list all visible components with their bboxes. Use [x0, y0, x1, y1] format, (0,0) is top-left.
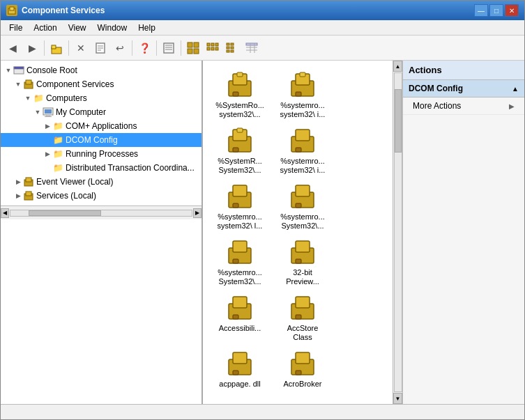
dcom-icon: [289, 70, 317, 98]
svg-rect-55: [237, 128, 243, 132]
list-item[interactable]: AccStoreClass: [271, 289, 334, 345]
svg-rect-77: [296, 315, 301, 319]
actions-section-label: DCOM Config: [409, 84, 463, 93]
svg-rect-59: [296, 148, 301, 152]
up-button[interactable]: [47, 39, 66, 57]
list-item[interactable]: %systemro...system32\ i...: [271, 66, 334, 122]
actions-section-dcom-config[interactable]: DCOM Config ▲: [403, 80, 524, 98]
svg-rect-80: [233, 371, 238, 375]
menu-window[interactable]: Window: [92, 22, 133, 34]
more-actions-item[interactable]: More Actions ▶: [403, 98, 524, 115]
expander-my-computer[interactable]: ▼: [33, 107, 43, 117]
tree-node-computers[interactable]: ▼ 📁 Computers: [1, 91, 201, 105]
close-button[interactable]: ✕: [505, 4, 519, 17]
tree-panel[interactable]: ▼ Console Root ▼ Compon: [1, 61, 203, 404]
expander-services-local[interactable]: ▶: [13, 191, 23, 201]
tree-node-services-local[interactable]: ▶ Services (Local): [1, 189, 201, 203]
actions-header: Actions: [403, 61, 524, 80]
main-window: Component Services — □ ✕ File Action Vie…: [0, 0, 525, 420]
maximize-button[interactable]: □: [489, 4, 503, 17]
menu-action[interactable]: Action: [28, 22, 62, 34]
list-item[interactable]: %systemro...system32\ l...: [208, 178, 271, 233]
icon-panel[interactable]: %SystemRo...system32\... %systemro...sys…: [203, 61, 393, 404]
item-label: %systemro...system32\ l...: [218, 212, 263, 231]
tree-node-dcom-config[interactable]: 📁 DCOM Config: [1, 133, 201, 147]
svg-rect-62: [233, 203, 238, 208]
running-processes-label: Running Processes: [66, 149, 138, 159]
menu-file[interactable]: File: [3, 22, 28, 34]
delete-button[interactable]: ✕: [72, 39, 90, 57]
computers-label: Computers: [46, 93, 87, 103]
dcom-config-label: DCOM Config: [66, 135, 118, 145]
list-view-button[interactable]: [223, 39, 241, 57]
svg-rect-3: [52, 45, 56, 49]
tree-node-com-apps[interactable]: ▶ 📁 COM+ Applications: [1, 119, 201, 133]
expander-distributed-tx[interactable]: [43, 163, 52, 173]
expander-event-viewer[interactable]: ▶: [13, 177, 23, 187]
dcom-icon: [226, 182, 254, 210]
svg-rect-20: [211, 47, 214, 50]
svg-rect-26: [227, 50, 229, 52]
expander-console-root[interactable]: ▼: [3, 65, 13, 75]
tree-node-console-root[interactable]: ▼ Console Root: [1, 63, 201, 77]
list-item[interactable]: 32-bitPreview...: [271, 233, 334, 289]
component-services-label: Component Services: [36, 79, 114, 89]
expander-running-processes[interactable]: ▶: [43, 149, 52, 159]
list-item[interactable]: %systemro...system32\ i...: [271, 122, 334, 178]
svg-rect-13: [194, 42, 199, 47]
tree-node-running-processes[interactable]: ▶ 📁 Running Processes: [1, 147, 201, 161]
tree-node-event-viewer[interactable]: ▶ Event Viewer (Local): [1, 175, 201, 189]
hscroll-track: [10, 210, 192, 217]
forward-button[interactable]: ▶: [23, 39, 41, 57]
svg-rect-38: [45, 109, 52, 114]
svg-rect-71: [296, 259, 301, 263]
expander-com-apps[interactable]: ▶: [43, 121, 52, 131]
detail-view-button[interactable]: [243, 39, 261, 57]
window-icon: [6, 5, 17, 16]
expander-component-services[interactable]: ▼: [13, 79, 23, 89]
vscroll-up[interactable]: ▲: [393, 61, 402, 72]
svg-rect-12: [188, 42, 192, 47]
list-item[interactable]: AcroBroker: [271, 345, 334, 400]
icon-vscroll[interactable]: ▲ ▼: [393, 61, 402, 404]
svg-rect-68: [233, 259, 238, 263]
list-item[interactable]: Accessibili...: [208, 289, 271, 345]
list-item[interactable]: %systemro...System32\...: [208, 233, 271, 289]
computers-icon: 📁: [33, 93, 44, 104]
svg-rect-18: [215, 43, 218, 46]
hscroll-thumb[interactable]: [29, 210, 101, 216]
properties-button[interactable]: [91, 39, 109, 57]
services-local-label: Services (Local): [36, 191, 96, 201]
tree-node-my-computer[interactable]: ▼ My Computer: [1, 105, 201, 119]
help-button[interactable]: ❓: [135, 39, 153, 57]
tree-node-component-services[interactable]: ▼ Component Services: [1, 77, 201, 91]
back-button[interactable]: ◀: [3, 39, 22, 57]
actions-panel: Actions DCOM Config ▲ More Actions ▶: [402, 61, 524, 404]
item-label: 32-bitPreview...: [286, 268, 319, 286]
menu-help[interactable]: Help: [132, 22, 161, 34]
tree-node-distributed-tx[interactable]: 📁 Distributed Transaction Coordina...: [1, 161, 201, 175]
export-button[interactable]: [160, 39, 178, 57]
list-item[interactable]: %SystemRo...system32\...: [208, 66, 271, 122]
svg-rect-17: [211, 43, 214, 46]
svg-rect-22: [227, 43, 229, 45]
undo-button[interactable]: ↩: [111, 39, 129, 57]
small-icons-button[interactable]: [204, 39, 222, 57]
hscroll-right[interactable]: ▶: [193, 208, 201, 218]
minimize-button[interactable]: —: [474, 4, 488, 17]
hscroll-left[interactable]: ◀: [1, 208, 9, 218]
expander-dcom-config[interactable]: [43, 135, 52, 145]
list-item[interactable]: acppage. dll: [208, 345, 271, 400]
list-item[interactable]: %SystemR...System32\...: [208, 122, 271, 178]
icon-grid: %SystemRo...system32\... %systemro...sys…: [208, 66, 387, 404]
tree-hscroll[interactable]: ◀ ▶: [1, 205, 201, 219]
large-icons-button[interactable]: [184, 39, 202, 57]
vscroll-down[interactable]: ▼: [393, 393, 402, 404]
list-item[interactable]: %systemro...System32\...: [271, 178, 334, 233]
com-apps-label: COM+ Applications: [66, 121, 137, 131]
vscroll-thumb[interactable]: [395, 89, 402, 153]
svg-rect-19: [207, 47, 210, 50]
menu-view[interactable]: View: [63, 22, 92, 34]
expander-computers[interactable]: ▼: [23, 93, 33, 103]
svg-rect-56: [233, 148, 238, 152]
